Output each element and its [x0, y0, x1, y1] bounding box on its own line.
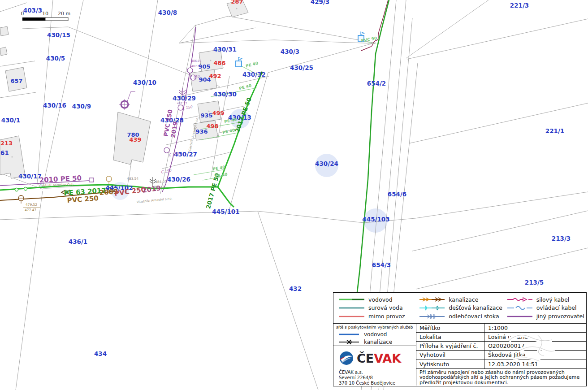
table-label: Vytisknuto	[416, 360, 484, 368]
info-table: Měřítko 1:1000 Lokalita Losiná u Plzně P…	[416, 324, 586, 386]
elevation-label: 486.95	[191, 59, 202, 63]
table-label: Měřítko	[416, 324, 484, 332]
legend-label: odlehčovací stoka	[449, 313, 499, 320]
elevation-label: 487.17	[177, 102, 187, 105]
table-row: Vyhotovil Škodová Jitka	[416, 351, 586, 360]
parcel-label: 430/24	[315, 160, 338, 167]
red-number: 287	[231, 0, 243, 5]
legend-item-kanalizace: kanalizace	[419, 295, 506, 303]
parcel-label: 430/17	[18, 173, 42, 180]
parcel-label: 430/16	[43, 102, 66, 109]
brand-text-vak: VAK	[374, 351, 401, 365]
surova-voda-line-icon	[339, 305, 365, 311]
legend-item-destova-kanalizace: dešťová kanalizace	[419, 304, 506, 312]
services-item-vodovod: vodovod	[336, 330, 414, 338]
parcel-label: 429/3	[311, 0, 330, 5]
table-label: Příloha k vyjádření č.	[416, 342, 484, 350]
legend-item-silovy-kabel: silový kabel	[507, 295, 586, 303]
elevation-label: 484.07	[155, 180, 167, 184]
red-number: 486	[213, 60, 225, 66]
table-label: Lokalita	[416, 333, 484, 341]
elevation-label: 477.47	[25, 208, 36, 212]
address-line: 370 10 České Budějovice	[339, 381, 413, 386]
pipe-label: PE 40	[245, 61, 259, 69]
parcel-label: 430/32	[242, 71, 266, 78]
table-value: Losiná u Plzně	[484, 333, 586, 341]
legend-item-vodovod: vodovod	[339, 295, 419, 303]
mimo-provoz-line-icon	[339, 314, 365, 319]
company-box: ČEVAK ČEVAK a.s. Severní 2264/8 370 10 Č…	[333, 346, 416, 386]
parcel-label: 430/3	[281, 48, 300, 55]
legend-label: jiný provozovatel	[536, 313, 584, 320]
table-value: O200200017	[484, 342, 586, 350]
address-line: Severní 2264/8	[339, 375, 413, 381]
elevation-label: 482.42	[153, 185, 164, 189]
legend-label: silový kabel	[536, 296, 570, 303]
elevation-label: 487.85	[191, 65, 202, 68]
vodovod-lines	[0, 0, 389, 292]
table-row: Lokalita Losiná u Plzně	[416, 333, 586, 342]
pipe-label: 2010 PE 50	[39, 174, 82, 184]
services-title: sítě s poskytováním vybraných služeb	[336, 325, 414, 329]
legend-item-jiny-provozovatel: jiný provozovatel	[507, 312, 586, 321]
map-screenshot: 0 10 20 m 403/3 430/8 429/3 221/3 430/15…	[0, 0, 588, 390]
parcel-label: 436/1	[69, 238, 88, 245]
elevation-label: 483.54	[127, 177, 138, 181]
kanalizace-line-icon	[419, 297, 445, 302]
jiny-provozovatel-line-icon	[507, 314, 533, 319]
parcel-label: 430/30	[213, 91, 237, 98]
table-row: Vytisknuto 12.03.2020 14:51	[416, 360, 586, 369]
legend-label: kanalizace	[449, 296, 478, 303]
jiny-provozovatel-lines	[0, 27, 196, 192]
scale-tick-10: 10	[42, 11, 48, 17]
parcel-label: 654/6	[388, 191, 407, 198]
parcel-label: 430/31	[213, 46, 237, 53]
parcel-label: 430/25	[290, 64, 313, 71]
services-kanalizace-line-icon	[339, 339, 359, 345]
cevak-globe-icon	[339, 351, 354, 366]
parcel-label: 430/8	[158, 9, 177, 16]
table-row: Příloha k vyjádření č. O200200017	[416, 342, 586, 351]
ovladaci-kabel-line-icon	[507, 305, 533, 311]
table-note: Při záměru napojení nebo zásahu do námi …	[416, 369, 586, 386]
parcel-label: 430/26	[167, 176, 190, 183]
legend-label: vodovod	[368, 296, 393, 303]
parcel-label: 445/103	[362, 216, 389, 223]
table-value: 12.03.2020 14:51	[484, 360, 586, 368]
elevation-label: 479.52	[26, 203, 37, 207]
pipe-label: PVC 250	[67, 194, 99, 204]
parcel-label: 432	[289, 285, 302, 292]
vodovod-line-icon	[339, 297, 365, 302]
parcel-label: 221/3	[510, 2, 529, 9]
legend-label: ovládací kabel	[536, 304, 577, 311]
parcel-label: 213/3	[552, 235, 571, 242]
pipe-dimension-label: C 150	[160, 169, 172, 174]
building-number: 657	[10, 78, 22, 84]
table-value: Škodová Jitka	[484, 351, 586, 359]
parcel-label: 654/3	[372, 261, 391, 269]
legend-item-mimo-provoz: mimo provoz	[339, 312, 419, 321]
parcel-label: 430/15	[47, 31, 70, 39]
brand-text-ce: ČE	[357, 351, 374, 365]
parcel-label: 430/1	[1, 117, 21, 124]
building-number: 935	[200, 112, 212, 119]
legend: vodovod surová voda mimo provoz	[333, 293, 586, 324]
address-line: ČEVAK a.s.	[339, 370, 413, 375]
red-number: 439	[129, 136, 141, 143]
silovy-kabel-line-icon	[507, 297, 533, 302]
legend-item-surova-voda: surová voda	[339, 304, 419, 312]
cevak-logo: ČEVAK	[339, 351, 413, 366]
services-vodovod-line-icon	[339, 332, 359, 337]
services-label: kanalizace	[364, 339, 392, 345]
table-label: Vyhotovil	[416, 351, 484, 359]
parcel-label: 430/5	[46, 55, 65, 62]
legend-label: mimo provoz	[368, 313, 405, 320]
parcel-label: 213/5	[525, 279, 544, 286]
company-address: ČEVAK a.s. Severní 2264/8 370 10 České B…	[339, 370, 413, 386]
red-number: 492	[209, 73, 221, 79]
services-item-kanalizace: kanalizace	[336, 338, 414, 346]
parcel-label: 403/3	[23, 7, 43, 14]
table-value: 1:1000	[484, 324, 586, 332]
pipe-dimension-label: C 150	[182, 105, 193, 111]
info-panel: vodovod surová voda mimo provoz	[333, 292, 587, 386]
